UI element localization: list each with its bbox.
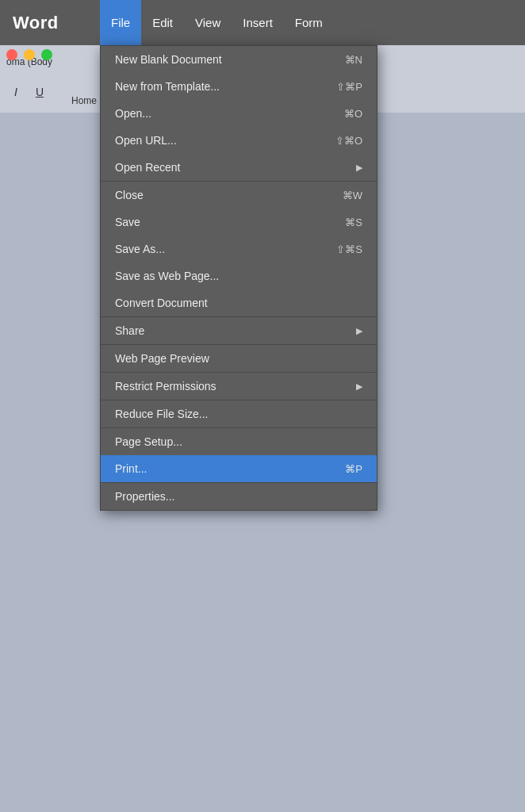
menubar: Word File Edit View Insert Form — [0, 0, 525, 45]
menu-item-save-web-label: Save as Web Page... — [115, 270, 219, 282]
menu-item-save[interactable]: Save ⌘S — [101, 209, 377, 236]
menubar-insert-label: Insert — [243, 16, 273, 29]
menu-item-save-as-shortcut: ⇧⌘S — [336, 243, 362, 255]
menubar-view[interactable]: View — [184, 0, 232, 45]
menu-item-save-label: Save — [115, 216, 140, 228]
menu-item-share[interactable]: Share ▶ — [101, 317, 377, 344]
menu-item-save-as-label: Save As... — [115, 243, 165, 255]
toolbar-format-row: I U — [6, 82, 49, 102]
menu-item-new-template-label: New from Template... — [115, 80, 220, 93]
minimize-window-button[interactable] — [24, 49, 35, 60]
menubar-file[interactable]: File — [100, 0, 141, 45]
menu-item-properties-label: Properties... — [115, 490, 174, 503]
menu-item-reduce-label: Reduce File Size... — [115, 408, 209, 420]
menu-item-open[interactable]: Open... ⌘O — [101, 100, 377, 127]
menubar-format-label: Form — [295, 16, 323, 29]
menu-item-open-recent-label: Open Recent — [115, 161, 181, 174]
menu-item-print-label: Print... — [115, 462, 147, 475]
menu-item-open-label: Open... — [115, 107, 151, 120]
traffic-lights — [6, 49, 52, 60]
underline-button[interactable]: U — [30, 82, 49, 102]
menubar-edit[interactable]: Edit — [141, 0, 184, 45]
menu-section-new: New Blank Document ⌘N New from Template.… — [101, 46, 377, 182]
menu-section-restrict: Restrict Permissions ▶ — [101, 373, 377, 400]
menu-item-save-web[interactable]: Save as Web Page... — [101, 262, 377, 289]
file-menu-dropdown: New Blank Document ⌘N New from Template.… — [100, 45, 377, 511]
menu-section-save: Close ⌘W Save ⌘S Save As... ⇧⌘S Save as … — [101, 182, 377, 317]
menu-item-page-setup[interactable]: Page Setup... — [101, 428, 377, 455]
menu-section-print: Page Setup... Print... ⌘P — [101, 428, 377, 483]
menu-section-reduce: Reduce File Size... — [101, 400, 377, 428]
menu-item-new-blank-label: New Blank Document — [115, 53, 222, 66]
menu-item-web-preview-label: Web Page Preview — [115, 352, 209, 365]
menu-item-save-shortcut: ⌘S — [345, 216, 362, 228]
menu-item-new-template-shortcut: ⇧⌘P — [336, 81, 362, 93]
italic-button[interactable]: I — [6, 82, 25, 102]
close-window-button[interactable] — [6, 49, 17, 60]
menu-item-close-shortcut: ⌘W — [343, 190, 362, 201]
menu-section-properties: Properties... — [101, 483, 377, 510]
menubar-edit-label: Edit — [152, 16, 173, 29]
menubar-format[interactable]: Form — [284, 0, 334, 45]
menu-item-close[interactable]: Close ⌘W — [101, 182, 377, 209]
menu-item-reduce[interactable]: Reduce File Size... — [101, 400, 377, 427]
app-name-label: Word — [13, 13, 59, 33]
menu-item-open-url[interactable]: Open URL... ⇧⌘O — [101, 127, 377, 154]
share-submenu-arrow: ▶ — [356, 326, 362, 336]
menu-item-open-url-shortcut: ⇧⌘O — [335, 135, 362, 147]
menu-item-new-template[interactable]: New from Template... ⇧⌘P — [101, 73, 377, 100]
menu-item-open-recent[interactable]: Open Recent ▶ — [101, 154, 377, 181]
menubar-file-label: File — [111, 16, 130, 29]
restrict-submenu-arrow: ▶ — [356, 381, 362, 392]
menu-item-page-setup-label: Page Setup... — [115, 435, 182, 448]
menu-item-restrict-label: Restrict Permissions — [115, 380, 217, 393]
toolbar-home-label: Home — [71, 95, 97, 106]
menu-item-restrict[interactable]: Restrict Permissions ▶ — [101, 373, 377, 400]
menu-item-web-preview[interactable]: Web Page Preview — [101, 345, 377, 372]
menu-section-share: Share ▶ — [101, 317, 377, 345]
fullscreen-window-button[interactable] — [41, 49, 52, 60]
menu-item-save-as[interactable]: Save As... ⇧⌘S — [101, 236, 377, 262]
menu-item-share-label: Share — [115, 324, 144, 337]
open-recent-submenu-arrow: ▶ — [356, 163, 362, 173]
menu-item-new-blank[interactable]: New Blank Document ⌘N — [101, 46, 377, 73]
menu-item-open-shortcut: ⌘O — [344, 108, 362, 120]
menu-item-print[interactable]: Print... ⌘P — [101, 455, 377, 482]
menu-item-close-label: Close — [115, 189, 144, 201]
menubar-word[interactable]: Word — [0, 0, 100, 45]
menubar-view-label: View — [195, 16, 220, 29]
menu-item-properties[interactable]: Properties... — [101, 483, 377, 510]
menubar-insert[interactable]: Insert — [232, 0, 284, 45]
menu-item-print-shortcut: ⌘P — [345, 463, 362, 475]
menu-item-convert[interactable]: Convert Document — [101, 289, 377, 316]
menu-item-new-blank-shortcut: ⌘N — [345, 54, 362, 66]
menu-item-open-url-label: Open URL... — [115, 134, 177, 147]
menu-item-convert-label: Convert Document — [115, 297, 208, 309]
menu-section-web-preview: Web Page Preview — [101, 345, 377, 373]
